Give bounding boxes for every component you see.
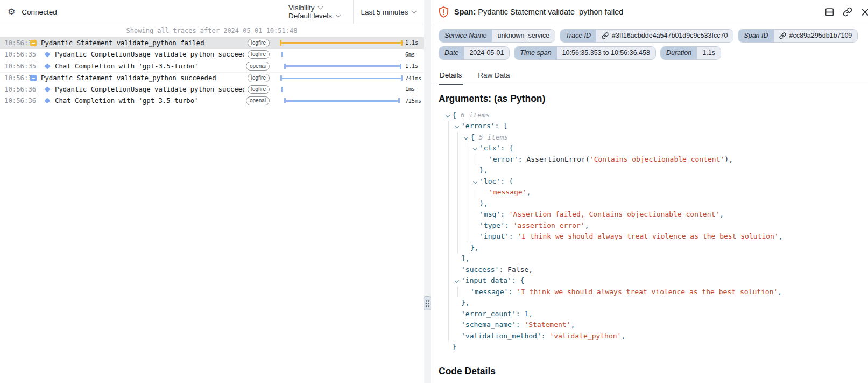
indent-guide	[457, 154, 458, 165]
gear-icon[interactable]: ⚙	[8, 8, 15, 16]
indent-guide	[467, 176, 467, 187]
toolbar-menu-visibility[interactable]: Visibility	[288, 4, 340, 12]
code-token: ,	[621, 332, 625, 340]
code-line: },	[439, 242, 860, 254]
tab-raw-data[interactable]: Raw Data	[477, 69, 511, 85]
indent-guide	[448, 165, 449, 176]
code-token: False,	[507, 266, 533, 274]
copy-link-button[interactable]	[843, 7, 852, 17]
code-line: 'input': 'I think we should always treat…	[439, 231, 860, 242]
trace-rows-container: 10:56:35Pydantic Statement validate_pyth…	[0, 37, 424, 107]
trace-row[interactable]: 10:56:35Pydantic Statement validate_pyth…	[0, 37, 424, 49]
badge-value: unknown_service	[492, 30, 555, 42]
link-icon[interactable]	[779, 32, 786, 39]
code-token: ,	[779, 232, 783, 240]
badge-label: Time span	[514, 47, 556, 59]
collapse-icon[interactable]	[30, 40, 37, 46]
connection-status: Connected	[22, 8, 57, 16]
code-token: 'schema_name':	[461, 321, 524, 329]
span-label: Span:	[454, 8, 476, 16]
detail-tabs: DetailsRaw Data	[431, 65, 868, 85]
collapse-chevron-icon[interactable]	[464, 135, 468, 139]
badge-value: #cc89a295db1b7109	[774, 30, 858, 42]
trace-row[interactable]: 10:56:35Pydantic CompletionUsage validat…	[0, 49, 424, 61]
code-token: 'validate_python'	[549, 332, 621, 340]
duration-bar	[284, 98, 400, 103]
code-line: 'message',	[439, 187, 860, 198]
badge-value: 2024-05-01	[464, 47, 509, 59]
code-details-heading: Code Details	[439, 366, 860, 377]
span-diamond-icon	[44, 98, 50, 104]
span-header: Span: Pydantic Statement validate_python…	[431, 0, 868, 24]
trace-name-text: Pydantic CompletionUsage validate_python…	[55, 86, 244, 93]
code-line: 'msg': 'Assertion failed, Contains objec…	[439, 209, 860, 220]
chevron-down-icon	[336, 12, 341, 18]
menu-label: Default levels	[288, 12, 332, 20]
indent-guide	[448, 187, 449, 198]
close-icon[interactable]	[861, 8, 868, 16]
code-line: }	[439, 342, 860, 353]
instrumentation-badge: logfire	[248, 50, 270, 59]
code-line: 'success': False,	[439, 264, 860, 276]
tab-details[interactable]: Details	[439, 69, 463, 85]
header-icons	[825, 7, 862, 17]
code-token: 'input':	[479, 232, 517, 240]
badge-value: 1.1s	[697, 47, 721, 59]
link-icon[interactable]	[602, 32, 609, 39]
collapse-chevron-icon[interactable]	[473, 179, 477, 183]
collapse-chevron-icon[interactable]	[455, 124, 459, 128]
warning-shield-icon	[439, 6, 449, 18]
code-token: 'Statement'	[524, 321, 570, 329]
indent-guide	[457, 187, 458, 198]
indent-guide	[448, 154, 449, 165]
collapse-chevron-icon[interactable]	[446, 113, 450, 117]
code-line: 'error': AssertionError('Contains object…	[439, 154, 860, 165]
collapse-icon[interactable]	[30, 75, 37, 81]
code-token: ,	[528, 310, 533, 318]
trace-row[interactable]: 10:56:36Pydantic Statement validate_pyth…	[0, 72, 424, 84]
trace-row[interactable]: 10:56:36Chat Completion with 'gpt-3.5-tu…	[0, 95, 424, 107]
indent-guide	[467, 198, 467, 210]
code-line: ),	[439, 198, 860, 210]
indent-guide	[457, 231, 458, 242]
code-line: 'ctx': {	[439, 143, 860, 154]
indent-guide	[448, 176, 449, 187]
indent-guide	[467, 165, 467, 176]
span-diamond-icon	[44, 63, 50, 69]
collapse-chevron-icon[interactable]	[455, 278, 459, 283]
indent-guide	[467, 231, 467, 242]
time-range-selector[interactable]: Last 5 minutes	[353, 0, 424, 24]
code-token: 'I think we should always treat violence…	[517, 288, 778, 296]
panel-splitter-handle[interactable]	[424, 296, 431, 310]
indent-guide	[448, 319, 449, 331]
code-token: 'validation_method':	[461, 332, 549, 340]
duration-bar	[281, 52, 283, 57]
code-token: ),	[479, 199, 488, 207]
collapse-chevron-icon[interactable]	[473, 146, 477, 150]
indent-guide	[448, 143, 449, 154]
toolbar-menu-default-levels[interactable]: Default levels	[288, 12, 340, 20]
duration-bar-cell	[273, 60, 404, 72]
instrumentation-badge: logfire	[248, 39, 270, 47]
trace-name-text: Pydantic Statement validate_python succe…	[41, 74, 216, 82]
trace-row[interactable]: 10:56:36Pydantic CompletionUsage validat…	[0, 83, 424, 95]
indent-guide	[457, 242, 458, 254]
duration-bar-cell	[273, 49, 404, 61]
trace-row[interactable]: 10:56:35Chat Completion with 'gpt-3.5-tu…	[0, 60, 424, 72]
badge-value-text: #3ff16acbdde4a547b01d9c9c533fcc70	[612, 32, 728, 39]
badge-label: Duration	[661, 47, 697, 59]
indent-guide	[476, 187, 476, 198]
indent-guide	[448, 121, 449, 132]
indent-guide	[448, 198, 449, 210]
code-line: { 5 items	[439, 132, 860, 143]
code-line: 'schema_name': 'Statement',	[439, 319, 860, 331]
indent-guide	[448, 309, 449, 320]
instrumentation-badge: openai	[246, 62, 270, 71]
code-token: 'type':	[479, 221, 513, 229]
metadata-badge-duration: Duration1.1s	[660, 46, 721, 60]
layout-toggle-button[interactable]	[825, 8, 834, 17]
code-token: 'message':	[470, 288, 517, 296]
code-line: 'input_data': {	[439, 275, 860, 287]
indent-guide	[448, 264, 449, 276]
trace-duration: 6ms	[404, 52, 424, 58]
